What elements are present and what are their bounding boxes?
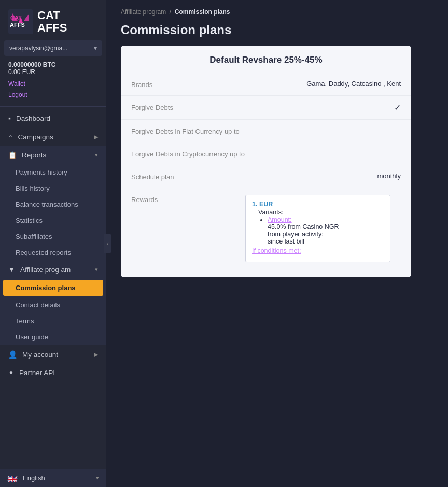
language-flag-icon: 🇬🇧 (7, 475, 19, 482)
schedule-value: monthly (245, 172, 401, 180)
rewards-label: Rewards (131, 195, 245, 204)
commission-plans-label: Commission plans (16, 284, 76, 292)
sidebar: CAT AFFS CATAFFS verapavlysin@gma... ▾ 0… (0, 0, 106, 487)
terms-label: Terms (16, 317, 34, 325)
rewards-currency: 1. EUR (252, 200, 384, 208)
reports-caret-icon: ▾ (95, 152, 98, 159)
balance-eur: 0.00 EUR (8, 68, 98, 76)
campaigns-icon: ⌂ (8, 133, 12, 141)
campaigns-arrow-icon: ▶ (94, 134, 98, 140)
sidebar-item-bills-history[interactable]: Bills history (0, 180, 106, 196)
partner-api-label: Partner API (19, 369, 98, 377)
commission-plan-card: Default Revshare 25%-45% Brands Gama, Da… (121, 46, 411, 277)
forgive-debts-value: ✓ (245, 103, 401, 112)
sidebar-section-affiliate[interactable]: ▼ Affiliate prog am ▾ (0, 261, 106, 279)
bills-history-label: Bills history (16, 184, 50, 192)
sidebar-item-balance-transactions[interactable]: Balance transactions (0, 196, 106, 212)
topbar: Affiliate program / Commission plans (106, 0, 448, 19)
sidebar-item-dashboard[interactable]: ▪ Dashboard (0, 109, 106, 127)
if-conditions-link[interactable]: If conditions met: (252, 247, 384, 254)
brands-value: Gama, Daddy, Catcasino , Kent (245, 80, 401, 88)
partner-api-icon: ✦ (8, 369, 14, 377)
user-email: verapavlysin@gma... (9, 45, 67, 52)
rewards-box[interactable]: 1. EUR Variants: Amount: 45.0% from Casi… (245, 195, 390, 262)
commission-row-forgive-debts: Forgive Debts ✓ (121, 96, 411, 120)
sidebar-divider-1 (0, 106, 106, 107)
statistics-label: Statistics (16, 217, 43, 224)
breadcrumb-current: Commission plans (175, 8, 230, 16)
sidebar-item-payments-history[interactable]: Payments history (0, 164, 106, 180)
my-account-arrow-icon: ▶ (94, 351, 98, 358)
sidebar-collapse-button[interactable]: ‹ (104, 234, 111, 253)
commission-row-forgive-fiat: Forgive Debts in Fiat Currency up to (121, 120, 411, 142)
commission-row-rewards: Rewards 1. EUR Variants: Amount: 45.0% f… (121, 188, 411, 269)
sidebar-links: Wallet Logout (0, 79, 106, 104)
sidebar-item-statistics[interactable]: Statistics (0, 212, 106, 228)
rewards-list-item: Amount: 45.0% from Casino NGR from playe… (268, 216, 384, 245)
affiliate-icon: ▼ (8, 266, 15, 274)
activity-label: from player activity: (268, 231, 324, 238)
sidebar-item-label: Dashboard (16, 114, 98, 122)
commission-plan-title: Default Revshare 25%-45% (121, 46, 411, 73)
rewards-list: Amount: 45.0% from Casino NGR from playe… (268, 216, 384, 245)
amount-detail: 45.0% from Casino NGR (268, 223, 339, 231)
sidebar-item-user-guide[interactable]: User guide (0, 329, 106, 345)
sidebar-item-label: Campaigns (18, 133, 89, 141)
activity-detail: since last bill (268, 238, 304, 245)
commission-row-schedule: Schedule plan monthly (121, 165, 411, 188)
sidebar-item-contact-details[interactable]: Contact details (0, 297, 106, 313)
reports-submenu: Payments history Bills history Balance t… (0, 164, 106, 261)
balance-btc: 0.00000000 BTC (8, 61, 98, 68)
my-account-label: My account (22, 351, 89, 359)
breadcrumb: Affiliate program / Commission plans (121, 8, 433, 16)
commission-row-brands: Brands Gama, Daddy, Catcasino , Kent (121, 73, 411, 96)
reports-section-label: Reports (22, 151, 90, 159)
sidebar-item-commission-plans[interactable]: Commission plans (3, 280, 103, 296)
language-caret-icon: ▾ (96, 475, 99, 481)
affiliate-section-label: Affiliate prog am (20, 266, 90, 274)
balance-section: 0.00000000 BTC 0.00 EUR (0, 59, 106, 79)
sidebar-item-my-account[interactable]: 👤 My account ▶ (0, 345, 106, 364)
dashboard-icon: ▪ (8, 114, 11, 122)
rewards-variants-label: Variants: (258, 209, 384, 216)
language-selector[interactable]: 🇬🇧 English ▾ (0, 469, 106, 487)
balance-transactions-label: Balance transactions (16, 200, 78, 208)
user-dropdown[interactable]: verapavlysin@gma... ▾ (4, 40, 102, 56)
sidebar-item-subaffiliates[interactable]: Subaffiliates (0, 228, 106, 245)
user-guide-label: User guide (16, 333, 48, 341)
forgive-debts-label: Forgive Debts (131, 103, 245, 111)
forgive-fiat-label: Forgive Debts in Fiat Currency up to (131, 126, 245, 135)
logo-text: CATAFFS (37, 9, 67, 34)
sidebar-item-terms[interactable]: Terms (0, 313, 106, 329)
contact-details-label: Contact details (16, 301, 60, 309)
wallet-link[interactable]: Wallet (8, 79, 98, 89)
logo: CAT AFFS CATAFFS (0, 0, 106, 40)
language-label: English (23, 474, 92, 482)
requested-reports-label: Requested reports (16, 249, 71, 256)
user-caret-icon: ▾ (94, 45, 97, 52)
reports-icon: 📋 (8, 151, 17, 159)
main-content: Affiliate program / Commission plans Com… (106, 0, 448, 487)
affiliate-submenu: Commission plans Contact details Terms U… (0, 279, 106, 345)
sidebar-item-partner-api[interactable]: ✦ Partner API (0, 364, 106, 382)
amount-link[interactable]: Amount: (268, 216, 292, 223)
brands-label: Brands (131, 80, 245, 89)
logout-link[interactable]: Logout (8, 90, 98, 100)
subaffiliates-label: Subaffiliates (16, 233, 52, 240)
page-title: Commission plans (106, 19, 448, 46)
payments-history-label: Payments history (16, 168, 67, 176)
breadcrumb-parent[interactable]: Affiliate program (121, 8, 166, 16)
sidebar-section-reports[interactable]: 📋 Reports ▾ (0, 146, 106, 164)
schedule-label: Schedule plan (131, 172, 245, 181)
my-account-icon: 👤 (8, 350, 17, 359)
sidebar-item-requested-reports[interactable]: Requested reports (0, 245, 106, 261)
sidebar-item-campaigns[interactable]: ⌂ Campaigns ▶ (0, 127, 106, 146)
forgive-crypto-label: Forgive Debts in Cryptocurrency up to (131, 149, 245, 158)
commission-row-forgive-crypto: Forgive Debts in Cryptocurrency up to (121, 142, 411, 165)
affiliate-caret-icon: ▾ (95, 266, 98, 273)
